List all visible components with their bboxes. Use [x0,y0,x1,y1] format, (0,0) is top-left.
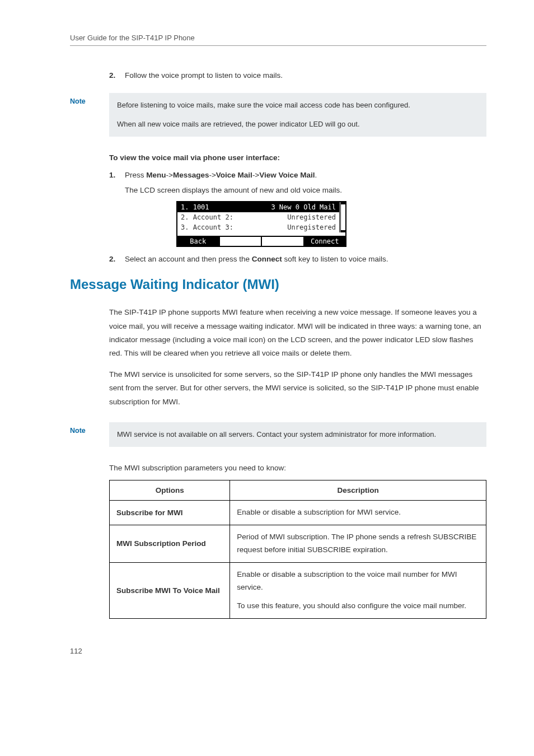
step-line: 1. Press Menu->Messages->Voice Mail->Vie… [109,171,486,179]
step-number: 2. [109,255,125,263]
note-line: MWI service is not available on all serv… [117,428,479,441]
lcd-cell: 2. Account 2: [181,213,233,221]
desc-line: Enable or disable a subscription to the … [237,568,479,594]
softkey-name: Connect [252,255,282,263]
step-line: 2. Follow the voice prompt to listen to … [109,71,486,80]
lcd-row-selected: 1. 1001 3 New 0 Old Mail [177,202,339,212]
option-name: Subscribe for MWI [110,501,230,525]
text: -> [166,171,173,179]
note-label: Note [70,427,86,435]
step-text: Press Menu->Messages->Voice Mail->View V… [125,171,486,179]
table-header-row: Options Description [110,480,486,501]
lcd-cell: Unregistered [287,223,336,231]
lcd-scrollbar [339,202,345,232]
table-header: Options [110,480,230,501]
text: . [315,171,317,179]
body-paragraph: The SIP-T41P IP phone supports MWI featu… [109,306,486,360]
text: -> [252,171,259,179]
text: -> [209,171,216,179]
page-header: User Guide for the SIP-T41P IP Phone [70,34,486,46]
option-desc: Enable or disable a subscription to the … [230,562,486,618]
menu-path: Menu [146,171,166,179]
page-number: 112 [70,647,486,655]
lcd-screen: 1. 1001 3 New 0 Old Mail 2. Account 2: U… [176,201,346,247]
procedure-heading: To view the voice mail via phone user in… [109,153,486,162]
note-box: Before listening to voice mails, make su… [109,93,486,137]
desc-line: To use this feature, you should also con… [237,600,479,613]
table-intro: The MWI subscription parameters you need… [109,464,486,472]
section-title: Message Waiting Indicator (MWI) [70,277,486,292]
note-block: Note MWI service is not available on all… [70,422,486,447]
note-box: MWI service is not available on all serv… [109,422,486,447]
table-row: Subscribe for MWI Enable or disable a su… [110,501,486,525]
step-subtext: The LCD screen displays the amount of ne… [125,186,486,194]
note-line: Before listening to voice mails, make su… [117,99,479,112]
option-name: Subscribe MWI To Voice Mail [110,562,230,618]
step-text: Select an account and then press the Con… [125,255,486,263]
option-desc: Period of MWI subscription. The IP phone… [230,525,486,562]
step-line: 2. Select an account and then press the … [109,255,486,263]
mwi-params-table: Options Description Subscribe for MWI En… [109,480,486,619]
lcd-row: 3. Account 3: Unregistered [177,222,339,232]
lcd-softkey-connect: Connect [305,236,346,246]
text: Select an account and then press the [125,255,252,263]
text: soft key to listen to voice mails. [282,255,388,263]
step-text: Follow the voice prompt to listen to voi… [125,71,486,80]
step-number: 2. [109,71,125,80]
desc-line: Period of MWI subscription. The IP phone… [237,531,479,557]
option-name: MWI Subscription Period [110,525,230,562]
menu-path: Messages [173,171,209,179]
option-desc: Enable or disable a subscription for MWI… [230,501,486,525]
menu-path: View Voice Mail [259,171,315,179]
lcd-softkey-empty [220,236,263,246]
lcd-cell: 1. 1001 [181,203,209,211]
lcd-softkey-back: Back [177,236,220,246]
note-line: When all new voice mails are retrieved, … [117,118,479,131]
note-block: Note Before listening to voice mails, ma… [70,93,486,137]
lcd-softkey-empty [262,236,305,246]
text: Press [125,171,146,179]
menu-path: Voice Mail [216,171,252,179]
lcd-softkey-row: Back Connect [177,232,345,246]
body-paragraph: The MWI service is unsolicited for some … [109,368,486,409]
lcd-row: 2. Account 2: Unregistered [177,212,339,222]
note-label: Note [70,97,86,105]
lcd-cell: Unregistered [287,213,336,221]
desc-line: Enable or disable a subscription for MWI… [237,506,479,519]
step-number: 1. [109,171,125,179]
lcd-cell: 3 New 0 Old Mail [271,203,336,211]
table-row: MWI Subscription Period Period of MWI su… [110,525,486,562]
table-header: Description [230,480,486,501]
lcd-cell: 3. Account 3: [181,223,233,231]
table-row: Subscribe MWI To Voice Mail Enable or di… [110,562,486,618]
